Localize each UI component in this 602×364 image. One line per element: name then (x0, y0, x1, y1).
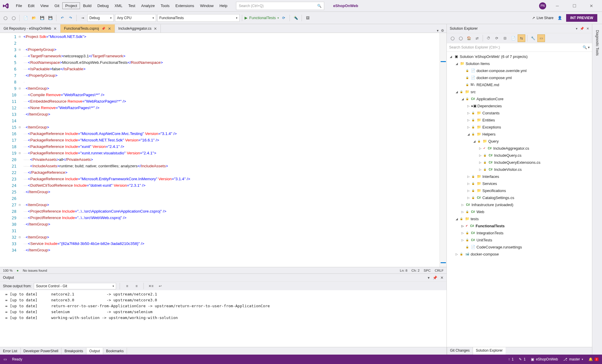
tree-item[interactable]: ▷🔒C#IncludeVisitor.cs (447, 166, 592, 173)
menu-extensions[interactable]: Extensions (173, 2, 197, 9)
tree-item[interactable]: ▷🔒C#IncludeQueryExtensions.cs (447, 159, 592, 166)
new-item-icon[interactable]: 📄 (22, 14, 29, 21)
tab-overflow-icon[interactable]: ▾ (437, 29, 439, 33)
expand-icon[interactable]: ◢ (449, 55, 453, 58)
solexp-filter-icon[interactable]: ⏱ (485, 34, 492, 42)
output-wrap-icon[interactable]: ↩ (157, 283, 164, 290)
zoom-level[interactable]: 100 % (3, 269, 13, 272)
menu-debug[interactable]: Debug (94, 2, 111, 9)
expand-icon[interactable]: ▷ (467, 182, 470, 185)
tree-item[interactable]: ◢🔒📁tests (447, 215, 592, 222)
output-indent-right-icon[interactable]: ≡ (133, 283, 140, 290)
expand-icon[interactable]: ▷ (455, 253, 459, 256)
tree-item[interactable]: 🔒M↓README.md (447, 81, 592, 88)
tree-item[interactable]: ▷🔒C#IncludeQuery.cs (447, 152, 592, 159)
expand-icon[interactable]: ▷ (461, 231, 464, 235)
document-tab[interactable]: Git Repository - eShopOnWeb✕ (0, 24, 61, 33)
tree-item[interactable]: ▷🔒🐋docker-compose (447, 251, 592, 258)
status-notifications[interactable]: 🔔2 (588, 357, 598, 361)
close-icon[interactable]: ✕ (53, 26, 57, 31)
expand-icon[interactable]: ◢ (461, 97, 464, 101)
panel-close-icon[interactable]: ✕ (440, 275, 444, 280)
window-maximize[interactable]: ☐ (568, 4, 580, 8)
tree-item[interactable]: ▷🔒C#Web (447, 208, 592, 215)
tree-item[interactable]: ▷🔒📁Services (447, 180, 592, 187)
tree-item[interactable]: 🔒📄docker-compose.override.yml (447, 67, 592, 74)
output-content[interactable]: = [up to date] netcore2.1 -> upstream/ne… (0, 290, 447, 347)
menu-test[interactable]: Test (125, 2, 138, 9)
expand-icon[interactable]: ▷ (479, 161, 482, 164)
tree-item[interactable]: ▷🔒📁Constants (447, 109, 592, 116)
output-indent-left-icon[interactable]: ≡ (123, 283, 131, 290)
tree-item[interactable]: ◢🔒📁src (447, 88, 592, 95)
indent-mode[interactable]: SPC (424, 269, 431, 272)
bottom-tab-error-list[interactable]: Error List (0, 348, 21, 354)
menu-view[interactable]: View (37, 2, 51, 9)
solexp-tab-git-changes[interactable]: Git Changes (447, 347, 473, 355)
solexp-tab-solution-explorer[interactable]: Solution Explorer (473, 347, 506, 355)
solexp-tree[interactable]: ◢▣Solution 'eShopOnWeb' (6 of 7 projects… (447, 52, 592, 347)
status-repo[interactable]: ▣eShopOnWeb (531, 357, 558, 361)
expand-icon[interactable]: ▷ (467, 126, 470, 129)
nav-fwd-icon[interactable]: ◯ (10, 14, 17, 21)
user-avatar[interactable]: PN (539, 2, 546, 9)
code-editor[interactable]: 1234567891011121314151617181920212223242… (0, 33, 447, 267)
tree-item[interactable]: 🔒📄CodeCoverage.runsettings (447, 243, 592, 251)
tree-item[interactable]: ▷🔒📁Entities (447, 116, 592, 123)
step-over-icon[interactable]: ⇥ (79, 14, 86, 21)
code-content[interactable]: <Project·Sdk="Microsoft.NET.Sdk"> ··<Pro… (23, 33, 439, 267)
close-icon[interactable]: ✕ (108, 26, 111, 31)
menu-project[interactable]: Project (62, 2, 80, 9)
tree-item[interactable]: 🔒📄docker-compose.yml (447, 74, 592, 81)
quick-search[interactable]: Search (Ctrl+Q) 🔍 (236, 2, 324, 10)
tree-item[interactable]: ◢🔒📁Helpers (447, 131, 592, 138)
nav-back-icon[interactable]: ◯ (2, 14, 9, 21)
menu-analyze[interactable]: Analyze (138, 2, 158, 9)
startup-project-dropdown[interactable]: FunctionalTests▾ (157, 14, 240, 22)
menu-build[interactable]: Build (80, 2, 94, 9)
line-ending[interactable]: CRLF (435, 269, 444, 272)
expand-icon[interactable]: ◢ (455, 62, 459, 65)
save-all-icon[interactable]: 💾 (47, 14, 54, 21)
solexp-switch-views-icon[interactable]: ⇄ (473, 34, 481, 42)
scroll-margin[interactable] (439, 33, 447, 267)
expand-icon[interactable]: ▷ (479, 147, 482, 150)
menu-window[interactable]: Window (197, 2, 216, 9)
tree-item[interactable]: ▷C#Infrastructure (unloaded) (447, 201, 592, 208)
window-minimize[interactable]: ─ (551, 4, 563, 8)
fold-column[interactable]: ⊟ ⊟ ⊟ ⊟ ⊟ ⊟ ⊟ (19, 33, 23, 267)
int-preview-badge[interactable]: INT PREVIEW (566, 14, 597, 22)
feedback-icon[interactable]: 👤 (558, 16, 562, 20)
live-share-button[interactable]: ↗Live Share (532, 16, 553, 20)
tree-item[interactable]: ▷🔒📁Interfaces (447, 173, 592, 180)
save-icon[interactable]: 💾 (39, 14, 46, 21)
issues-status[interactable]: No issues found (23, 269, 47, 272)
tree-item[interactable]: ▷🔒📁Specifications (447, 187, 592, 194)
solexp-sync-icon[interactable]: ⟳ (493, 34, 501, 42)
document-tab[interactable]: IncludeAggregator.cs✕ (115, 24, 161, 33)
window-close[interactable]: ✕ (586, 4, 597, 8)
solexp-search[interactable]: Search Solution Explorer (Ctrl+;) 🔍 ▾ (447, 43, 592, 52)
menu-edit[interactable]: Edit (25, 2, 37, 9)
tree-item[interactable]: ▷✔C#IncludeAggregator.cs (447, 145, 592, 152)
redo-icon[interactable]: ↷ (67, 14, 74, 21)
expand-icon[interactable]: ▷ (461, 238, 464, 242)
solexp-properties-icon[interactable]: 🔧 (529, 34, 537, 42)
solexp-track-active-icon[interactable]: ⇆ (518, 34, 525, 42)
diagnostic-tools-tab[interactable]: Diagnostic Tools (594, 27, 601, 59)
expand-icon[interactable]: ▷ (467, 104, 470, 108)
menu-git[interactable]: Git (51, 2, 62, 9)
expand-icon[interactable]: ▷ (461, 203, 464, 206)
pin-icon[interactable]: 📌 (101, 27, 106, 31)
open-icon[interactable]: 📂 (30, 14, 37, 21)
tree-item[interactable]: ◢🔒📁Query (447, 138, 592, 145)
close-icon[interactable]: ✕ (154, 26, 157, 31)
solexp-home-icon[interactable]: 🏠 (465, 34, 473, 42)
tree-item[interactable]: ◢🔒C#ApplicationCore (447, 95, 592, 102)
solexp-pin-icon[interactable]: 📌 (580, 27, 584, 31)
tree-item[interactable]: ▷🔒C#CatalogSettings.cs (447, 194, 592, 201)
tree-item[interactable]: ◢📁Solution Items (447, 60, 592, 67)
find-icon[interactable]: 🔦 (292, 14, 299, 21)
tree-item[interactable]: ▷🔒C#UnitTests (447, 236, 592, 243)
bottom-tab-output[interactable]: Output (86, 348, 103, 354)
